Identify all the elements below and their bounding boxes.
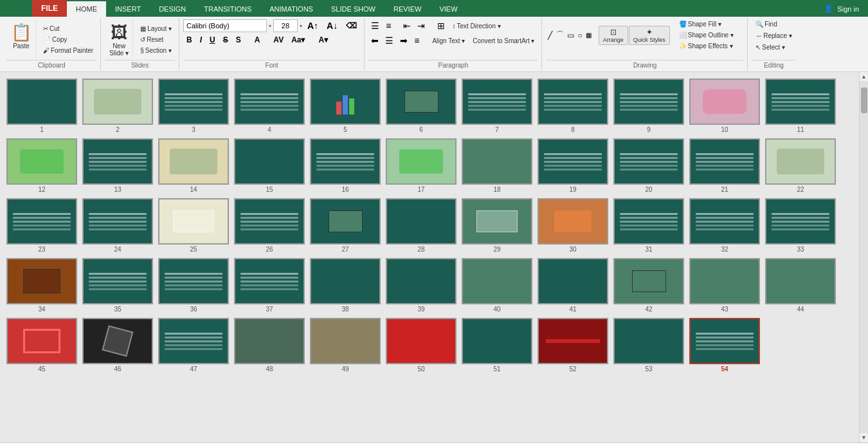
- slide-image[interactable]: [538, 79, 608, 125]
- slide-thumb[interactable]: 19: [538, 138, 608, 193]
- tab-design[interactable]: DESIGN: [150, 1, 195, 17]
- slide-image[interactable]: [462, 198, 532, 245]
- slide-image[interactable]: [82, 258, 153, 304]
- section-button[interactable]: § Section ▾: [137, 46, 175, 55]
- slide-thumb[interactable]: 1: [6, 79, 77, 133]
- slide-thumb[interactable]: 41: [538, 258, 608, 313]
- slide-thumb[interactable]: 21: [689, 138, 760, 193]
- slide-thumb[interactable]: 34: [6, 258, 77, 313]
- slide-thumb[interactable]: 14: [158, 138, 229, 193]
- slide-image[interactable]: [689, 198, 760, 245]
- slide-thumb[interactable]: 17: [386, 138, 457, 193]
- bullets-button[interactable]: ☰: [368, 19, 382, 32]
- slide-thumb[interactable]: 36: [158, 258, 229, 313]
- cols-button[interactable]: ⊞: [435, 19, 448, 32]
- slide-image[interactable]: [613, 318, 684, 364]
- slide-thumb[interactable]: 10: [689, 79, 760, 133]
- slide-image[interactable]: [310, 198, 381, 245]
- shadow-button[interactable]: S: [233, 34, 244, 46]
- slide-image[interactable]: [158, 138, 229, 185]
- numbering-button[interactable]: ≡: [383, 19, 393, 32]
- shape-arc-button[interactable]: ⌒: [555, 28, 565, 42]
- find-button[interactable]: 🔍 Find: [752, 19, 795, 29]
- slide-thumb[interactable]: 25: [158, 198, 229, 253]
- slide-image[interactable]: [82, 198, 153, 245]
- slide-thumb[interactable]: 45: [6, 318, 77, 373]
- slide-thumb[interactable]: 49: [310, 318, 381, 373]
- slide-image[interactable]: [234, 79, 305, 125]
- slide-thumb[interactable]: 18: [462, 138, 532, 193]
- slide-image[interactable]: [234, 318, 305, 364]
- slide-image[interactable]: [462, 79, 532, 125]
- slide-image[interactable]: [82, 79, 153, 125]
- scroll-bar[interactable]: ▲ ▼: [859, 72, 868, 442]
- slide-image[interactable]: [689, 318, 760, 364]
- slide-thumb[interactable]: 42: [613, 258, 684, 313]
- shape-rect-button[interactable]: ▭: [566, 30, 575, 41]
- slide-image[interactable]: [6, 318, 77, 364]
- scroll-track[interactable]: [860, 81, 868, 433]
- slide-thumb[interactable]: 12: [6, 138, 77, 193]
- justify-button[interactable]: ≡: [411, 34, 422, 47]
- slide-thumb[interactable]: 6: [386, 79, 457, 133]
- slide-thumb[interactable]: 39: [386, 258, 457, 313]
- underline-button[interactable]: U: [206, 34, 219, 46]
- slide-thumb[interactable]: 52: [538, 318, 608, 373]
- slide-image[interactable]: [613, 198, 684, 245]
- strikethrough-button[interactable]: S: [220, 34, 231, 46]
- slide-image[interactable]: [538, 138, 608, 185]
- slide-image[interactable]: [234, 198, 305, 245]
- slide-thumb[interactable]: 46: [82, 318, 153, 373]
- slide-thumb[interactable]: 15: [234, 138, 305, 193]
- slide-image[interactable]: [613, 258, 684, 304]
- slide-thumb[interactable]: 50: [386, 318, 457, 373]
- shape-outline-button[interactable]: ⬜ Shape Outline ▾: [676, 30, 737, 40]
- slide-image[interactable]: [765, 138, 836, 185]
- slide-thumb[interactable]: 27: [310, 198, 381, 253]
- slide-thumb[interactable]: 32: [689, 198, 760, 253]
- bold-button[interactable]: B: [183, 34, 195, 46]
- signin-button[interactable]: 👤 Sign in: [815, 1, 868, 17]
- increase-font-button[interactable]: A↑: [304, 19, 321, 32]
- slide-thumb[interactable]: 54: [689, 318, 760, 373]
- slide-image[interactable]: [462, 138, 532, 185]
- slide-image[interactable]: [310, 138, 381, 185]
- font-name-input[interactable]: [183, 19, 267, 32]
- slide-thumb[interactable]: 16: [310, 138, 381, 193]
- increase-indent-button[interactable]: ⇥: [415, 19, 428, 32]
- slide-image[interactable]: [234, 138, 305, 185]
- shape-fill-button[interactable]: 🪣 Shape Fill ▾: [676, 19, 737, 29]
- select-button[interactable]: ↖ Select ▾: [752, 42, 795, 52]
- replace-button[interactable]: ↔ Replace ▾: [752, 31, 795, 41]
- font-color2-button[interactable]: A▾: [315, 34, 331, 46]
- tab-insert[interactable]: INSERT: [106, 1, 150, 17]
- slide-image[interactable]: [158, 258, 229, 304]
- slide-image[interactable]: [462, 258, 532, 304]
- align-right-button[interactable]: ➡: [397, 34, 410, 47]
- reset-button[interactable]: ↺ Reset: [137, 35, 175, 44]
- slide-image[interactable]: [310, 258, 381, 304]
- slide-image[interactable]: [6, 258, 77, 304]
- slide-thumb[interactable]: 2: [82, 79, 153, 133]
- slide-thumb[interactable]: 29: [462, 198, 532, 253]
- slide-image[interactable]: [82, 318, 153, 364]
- slide-thumb[interactable]: 22: [765, 138, 836, 193]
- slide-image[interactable]: [386, 258, 457, 304]
- slide-image[interactable]: [538, 258, 608, 304]
- slide-image[interactable]: [6, 198, 77, 245]
- arrange-button[interactable]: ⊡ Arrange: [599, 26, 628, 45]
- new-slide-button[interactable]: 🖼 New Slide ▾: [105, 19, 133, 60]
- font-color-button[interactable]: A: [251, 34, 264, 46]
- slide-thumb[interactable]: 44: [765, 258, 836, 313]
- char-spacing-button[interactable]: AV: [270, 34, 287, 46]
- slide-image[interactable]: [538, 198, 608, 245]
- decrease-font-button[interactable]: A↓: [323, 19, 341, 32]
- slide-thumb[interactable]: 3: [158, 79, 229, 133]
- slide-image[interactable]: [613, 138, 684, 185]
- slide-image[interactable]: [689, 258, 760, 304]
- copy-button[interactable]: 📄 Copy: [40, 35, 96, 44]
- file-tab[interactable]: FILE: [32, 0, 67, 17]
- cut-button[interactable]: ✂ Cut: [40, 24, 96, 33]
- font-name-dropdown[interactable]: ▾: [269, 23, 271, 29]
- slide-image[interactable]: [158, 79, 229, 125]
